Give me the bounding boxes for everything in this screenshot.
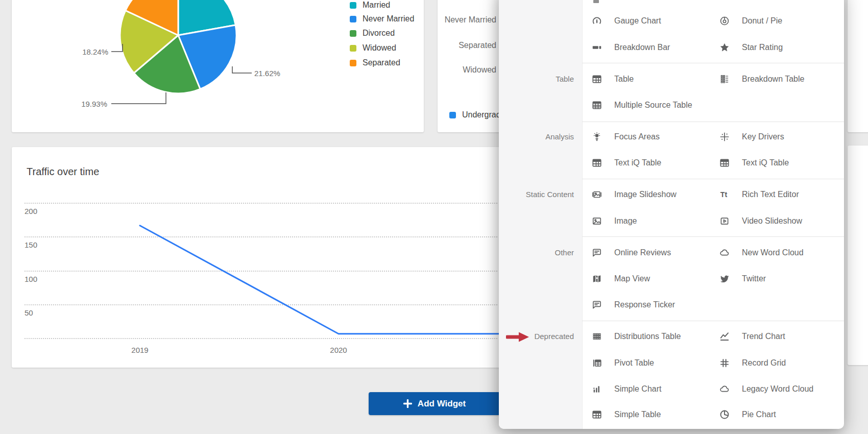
map-view-icon: [591, 273, 604, 284]
pie-callout-18: 18.24%: [67, 47, 108, 56]
widget-item-image-slideshow[interactable]: Image Slideshow: [591, 187, 677, 202]
image-slideshow-icon: [591, 189, 604, 200]
widget-item-label: Star Rating: [742, 43, 783, 52]
breakdown-bar-icon: [591, 42, 604, 53]
panel-divider: [582, 122, 844, 122]
legend-swatch: [350, 30, 356, 37]
widget-item-text-iq-table[interactable]: Text iQ Table: [719, 156, 789, 170]
legend-label: Undergrad: [462, 110, 501, 119]
widget-picker-category-rail: [499, 0, 583, 429]
traffic-line-series: [12, 147, 500, 368]
add-widget-label: Add Widget: [418, 399, 466, 409]
widget-item-multiple-source-table[interactable]: Multiple Source Table: [591, 98, 692, 112]
background-card-right-bottom: [848, 146, 868, 365]
donut-pie-icon: [719, 15, 731, 27]
image-icon: [591, 215, 604, 227]
widget-item-online-reviews[interactable]: Online Reviews: [591, 246, 671, 260]
pivot-table-icon: [591, 357, 604, 369]
gauge-chart-icon: [591, 15, 604, 27]
widget-item-video-slideshow[interactable]: Video Slideshow: [719, 214, 802, 228]
widget-item-label: Breakdown Bar: [614, 43, 670, 52]
widget-item-key-drivers[interactable]: Key Drivers: [719, 130, 784, 144]
widget-item-gauge-chart[interactable]: Gauge Chart: [591, 14, 661, 28]
legend-item-never-married: Never Married: [350, 14, 414, 23]
widget-item-record-grid[interactable]: Record Grid: [719, 356, 786, 370]
bar-category-widowed: Widowed: [438, 65, 496, 75]
widget-item-label: Table: [614, 75, 634, 84]
widget-item-donut-pie[interactable]: Donut / Pie: [719, 14, 782, 28]
x-tick-2019: 2019: [125, 346, 155, 354]
background-card-right-top: [848, 0, 868, 132]
widget-item-new-word-cloud[interactable]: New Word Cloud: [719, 246, 804, 260]
widget-item-label: New Word Cloud: [742, 248, 804, 257]
widget-item-breakdown-table[interactable]: Breakdown Table: [719, 72, 804, 86]
pie-chart-icon: [719, 409, 731, 420]
table-icon: [591, 409, 604, 420]
widget-item-distributions-table[interactable]: Distributions Table: [591, 329, 681, 344]
legend-label: Widowed: [363, 43, 396, 53]
widget-item-focus-areas[interactable]: Focus Areas: [591, 130, 660, 144]
widget-item-text-iq-table[interactable]: Text iQ Table: [591, 156, 661, 170]
widget-item-label: Rich Text Editor: [742, 190, 799, 199]
widget-item-rich-text-editor[interactable]: TtRich Text Editor: [719, 187, 799, 202]
simple-chart-icon: [591, 383, 604, 395]
widget-item-label: Online Reviews: [614, 248, 671, 257]
legend-swatch: [350, 60, 356, 66]
multiple-source-table-icon: [591, 100, 604, 111]
widget-item-label: Simple Chart: [614, 384, 661, 394]
widget-item-label: Text iQ Table: [614, 158, 661, 167]
legend-swatch: [449, 112, 456, 118]
legend-label: Married: [363, 1, 390, 10]
video-slideshow-icon: [719, 215, 731, 227]
panel-divider: [582, 179, 844, 179]
legend-item-married: Married: [350, 1, 390, 10]
widget-item-response-ticker[interactable]: Response Ticker: [591, 298, 675, 312]
widget-item-simple-chart[interactable]: Simple Chart: [591, 382, 661, 396]
widget-item-pie-chart[interactable]: Pie Chart: [719, 407, 776, 422]
widget-item-twitter[interactable]: Twitter: [719, 272, 766, 286]
widget-item-label: Breakdown Table: [742, 75, 804, 84]
legend-item-separated: Separated: [350, 58, 400, 67]
widget-item-table[interactable]: Table: [591, 72, 634, 86]
widget-item-pivot-table[interactable]: Pivot Table: [591, 356, 654, 370]
widget-item-simple-table[interactable]: Simple Table: [591, 407, 661, 422]
legend-item-widowed: Widowed: [350, 43, 396, 53]
word-cloud-icon: [719, 247, 731, 258]
star-rating-icon: [719, 42, 731, 53]
legend-swatch: [350, 16, 356, 22]
widget-item-label: Response Ticker: [614, 300, 675, 309]
add-widget-button[interactable]: Add Widget: [369, 392, 500, 415]
panel-section-label-deprecated: Deprecated: [499, 331, 574, 342]
widget-item-label: Text iQ Table: [742, 158, 789, 167]
panel-divider: [582, 236, 844, 237]
legend-swatch: [350, 45, 356, 52]
bar-legend-item: Undergrad: [449, 110, 501, 119]
legend-label: Never Married: [363, 14, 414, 23]
widget-item-legacy-word-cloud[interactable]: Legacy Word Cloud: [719, 382, 813, 396]
widget-item-label: Map View: [614, 274, 650, 283]
widget-item-image[interactable]: Image: [591, 214, 637, 228]
widget-item-label: Distributions Table: [614, 332, 681, 341]
table-icon: [719, 157, 731, 168]
widget-item-label: Key Drivers: [742, 132, 784, 141]
widget-item-breakdown-bar[interactable]: Breakdown Bar: [591, 40, 670, 55]
widget-item-map-view[interactable]: Map View: [591, 272, 650, 286]
widget-item-trend-chart[interactable]: Trend Chart: [719, 329, 785, 344]
widget-item-label: Image Slideshow: [614, 190, 677, 199]
record-grid-icon: [719, 357, 731, 369]
pie-callout-19: 19.93%: [66, 100, 107, 108]
dashboard-screen: 18.24% 19.93% 21.62% MarriedNever Marrie…: [0, 0, 868, 434]
bar-category-never-married: Never Married: [438, 15, 496, 25]
widget-item-label: Twitter: [742, 274, 766, 283]
table-icon: [591, 74, 604, 85]
widget-item-star-rating[interactable]: Star Rating: [719, 40, 783, 55]
panel-divider: [582, 63, 844, 63]
widget-item-label: Focus Areas: [614, 132, 660, 141]
legend-swatch: [350, 2, 356, 9]
widget-item-label: Trend Chart: [742, 332, 785, 341]
panel-section-label-analysis: Analysis: [499, 132, 574, 142]
speech-bubble-icon: [591, 299, 604, 310]
widget-item-label: Video Slideshow: [742, 216, 802, 226]
panel-divider: [582, 321, 844, 321]
panel-section-label-static-content: Static Content: [499, 189, 574, 200]
